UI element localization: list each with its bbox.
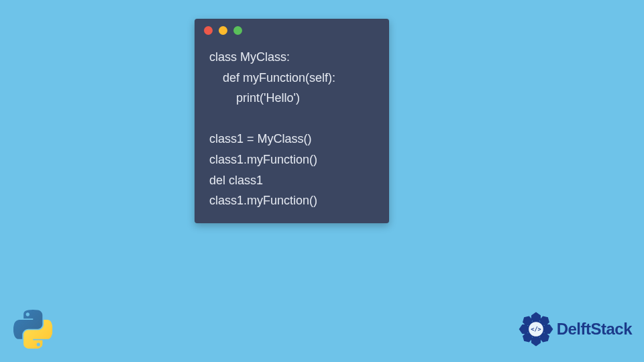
brand-name: DelftStack	[557, 320, 632, 339]
svg-text:</>: </>	[531, 326, 541, 333]
python-logo-icon	[13, 310, 52, 349]
code-window: class MyClass: def myFunction(self): pri…	[195, 19, 389, 223]
minimize-icon	[219, 26, 227, 35]
delftstack-logo-icon: </>	[518, 311, 554, 347]
code-body: class MyClass: def myFunction(self): pri…	[195, 42, 389, 214]
window-titlebar	[195, 19, 389, 42]
maximize-icon	[233, 26, 242, 35]
close-icon	[204, 26, 213, 35]
delftstack-brand: </> DelftStack	[518, 311, 632, 347]
